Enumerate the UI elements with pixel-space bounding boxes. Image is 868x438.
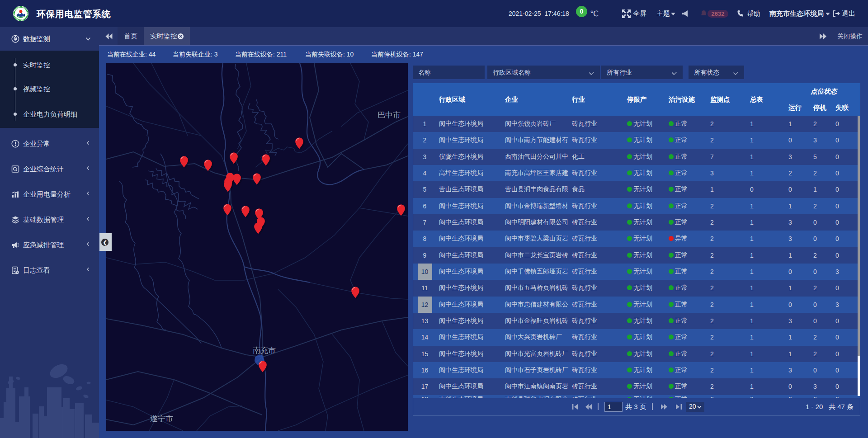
svg-text:遂宁市: 遂宁市 <box>150 414 173 423</box>
svg-text:南充市: 南充市 <box>253 346 276 355</box>
svg-text:巴中市: 巴中市 <box>377 111 401 119</box>
